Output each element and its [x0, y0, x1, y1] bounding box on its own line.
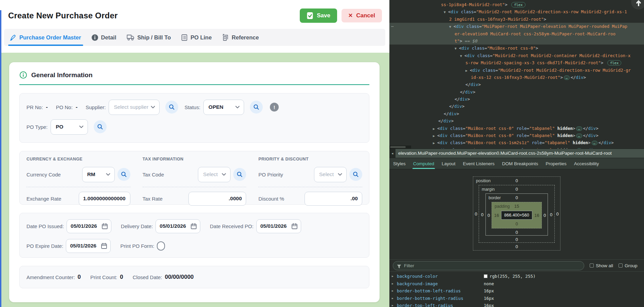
group-toggle[interactable]: Group — [619, 263, 638, 268]
computed-row-background-color[interactable]: ▶background-colorrgb(255, 255, 255) — [389, 273, 644, 280]
chevron-down-icon — [106, 173, 110, 176]
code-token: </ — [571, 75, 576, 80]
show-all-checkbox[interactable] — [590, 263, 594, 268]
dom-tree-line[interactable]: 2 imgGird1 css-16fnxy3-MuiGrid2-root"> — [389, 16, 644, 23]
filter-input[interactable]: Filter — [393, 261, 584, 270]
tax-code-value: Select — [203, 171, 218, 177]
tax-code-select[interactable]: Select — [198, 167, 231, 182]
box-model-content[interactable]: 866.400×560 — [501, 211, 532, 220]
dom-tree-line[interactable]: ▶<div class="MuiBox-root css-0" role="ta… — [389, 125, 644, 132]
computed-row-border-bottom-right-radius[interactable]: ▶border-bottom-right-radius16px — [389, 295, 644, 302]
dom-tree-line[interactable]: </div> — [389, 88, 644, 96]
code-token: > — [457, 111, 459, 116]
currency-code-select[interactable]: RM — [82, 167, 115, 182]
dom-tree-line[interactable]: ▶<div class="MuiGrid2-root MuiGrid2-dire… — [389, 67, 644, 74]
dom-tree-line[interactable]: ▼<div class="MuiGrid2-root MuiGrid2-cont… — [389, 52, 644, 59]
dom-tree-line[interactable]: ▶<div class="MuiBox-root css-0" role="ta… — [389, 132, 644, 139]
print-po-form-label: Print PO Form: — [120, 243, 154, 249]
save-button[interactable]: Save — [300, 8, 337, 23]
list-icon — [181, 34, 188, 41]
delivery-date-field: Delivery Date:05/01/2026 — [121, 219, 200, 233]
exchange-rate-input[interactable]: 1.0000000000000 — [79, 192, 130, 206]
property-value: 16px — [484, 288, 494, 293]
date-received-po-input[interactable]: 05/01/2026 — [256, 219, 301, 233]
currency-code-search-button[interactable] — [117, 168, 130, 181]
expand-more-badge[interactable]: … — [576, 134, 582, 138]
delivery-date-input[interactable]: 05/01/2026 — [155, 219, 200, 233]
devtools-tab-styles[interactable]: Styles — [389, 158, 409, 169]
dom-tree-line[interactable]: ss-1pi8xg4-MuiGrid2-root"> flex — [389, 1, 644, 8]
computed-row-border-bottom-left-radius[interactable]: ▶border-bottom-left-radius16px — [389, 287, 644, 295]
tab-po-line[interactable]: PO Line — [181, 29, 211, 46]
code-token: </ — [460, 89, 465, 95]
supplier-search-button[interactable] — [165, 101, 178, 114]
pr-no-field: PR No: - — [26, 104, 48, 110]
dom-tree-line[interactable]: </div> — [389, 103, 644, 110]
dom-tree-line[interactable]: er-elevation0 MuiCard-root css-2s58ym-Mu… — [389, 30, 644, 37]
dom-tree-line[interactable]: id-xs-12 css-16fnxy3-MuiGrid2-root">…</d… — [389, 74, 644, 81]
box-model-border[interactable]: border0 0 padding15 16 866.400×560 16 — [485, 193, 548, 236]
expand-arrow-icon: ▶ — [392, 282, 393, 285]
position-bottom: 0 — [473, 243, 560, 251]
crumb-back-button[interactable]: ◀ — [389, 149, 395, 158]
devtools-tab-layout[interactable]: Layout — [438, 158, 459, 169]
status-search-button[interactable] — [250, 101, 263, 114]
computed-filter-row: Filter Show all Group — [389, 259, 644, 272]
devtools-tab-computed[interactable]: Computed — [409, 158, 438, 169]
code-token: > — [584, 75, 586, 80]
expand-more-badge[interactable]: … — [576, 126, 582, 131]
po-type-search-button[interactable] — [94, 120, 107, 133]
dom-tree-line[interactable]: ▶<div class="MuiBox-root css-1sm2s1z" ro… — [389, 139, 644, 146]
discount--input[interactable]: .00 — [305, 192, 362, 206]
code-token: class — [450, 133, 463, 138]
date-po-issued-input[interactable]: 05/01/2026 — [67, 219, 111, 233]
box-model-margin[interactable]: margin0 0 border0 0 padding15 — [479, 185, 555, 243]
code-token: 2 imgGird1 css-16fnxy3-MuiGrid2-root" — [449, 17, 544, 22]
dom-tree-line[interactable]: ▼<div class="MuiBox-root css-0"> — [389, 45, 644, 52]
status-select[interactable]: OPEN — [203, 100, 244, 115]
box-model-position[interactable]: position0 0 margin0 0 border0 0 — [473, 176, 560, 251]
purchase-order-app: Create New Purchase Order Save ✕ Cancel … — [0, 0, 389, 307]
date-received-po-value: 05/01/2026 — [260, 223, 287, 229]
expand-more-badge[interactable]: … — [592, 141, 597, 145]
devtools-tab-dom-breakpoints[interactable]: DOM Breakpoints — [498, 158, 542, 169]
po-type-select[interactable]: PO — [51, 119, 88, 135]
computed-row-background-image[interactable]: ▶background-imagenone — [389, 280, 644, 288]
po-priority-select[interactable]: Select — [314, 167, 347, 182]
tab-detail[interactable]: Detail — [91, 29, 116, 46]
supplier-label: Supplier: — [86, 104, 106, 110]
search-icon — [237, 171, 243, 177]
devtools-tab-properties[interactable]: Properties — [542, 158, 570, 169]
devtools-tab-event-listeners[interactable]: Event Listeners — [459, 158, 498, 169]
box-model-padding[interactable]: padding15 16 866.400×560 16 0 — [492, 202, 542, 228]
code-token: ss-1pi8xg4-MuiGrid2-root" — [441, 2, 505, 7]
tax-rate-input[interactable]: .0000 — [188, 192, 246, 206]
dom-tree-line[interactable]: </div> — [389, 117, 644, 124]
dom-tree-line[interactable]: </div> — [389, 96, 644, 103]
dom-tree-line[interactable]: ⋯▼<div class="MuiPaper-root MuiPaper-ele… — [389, 23, 644, 30]
expand-more-badge[interactable]: … — [564, 75, 570, 80]
code-token: div — [473, 68, 480, 73]
po-expire-date-input[interactable]: 05/01/2026 — [66, 239, 111, 253]
po-priority-search-button[interactable] — [349, 168, 362, 181]
group-checkbox[interactable] — [619, 263, 623, 268]
dom-tree-line[interactable]: t"> == $0 — [389, 37, 644, 45]
computed-row-border-top-left-radius[interactable]: ▶border-top-left-radius16px — [389, 302, 644, 307]
tab-ship-bill-to[interactable]: Ship / Bill To — [127, 29, 171, 46]
dom-tree-line[interactable]: </div> — [389, 110, 644, 117]
tax-code-search-button[interactable] — [233, 168, 246, 181]
dom-tree-line[interactable]: ▼<div class="MuiGrid2-root MuiGrid2-dire… — [389, 8, 644, 15]
dom-tree-line[interactable]: </div> — [389, 81, 644, 88]
close-icon: ✕ — [348, 12, 353, 19]
code-token: div — [440, 126, 448, 131]
dom-tree-line[interactable]: s-row MuiGrid2-spacing-xs-3 css-dkd71f-M… — [389, 59, 644, 66]
code-token: > — [478, 82, 481, 87]
tab-purchase-order-master[interactable]: Purchase Order Master — [10, 29, 81, 46]
calendar-icon — [190, 223, 197, 229]
cancel-button[interactable]: ✕ Cancel — [342, 9, 382, 22]
devtools-tab-accessibility[interactable]: Accessibility — [570, 158, 603, 169]
show-all-toggle[interactable]: Show all — [590, 263, 613, 268]
tab-reference[interactable]: Reference — [222, 29, 259, 46]
print-po-form-checkbox[interactable] — [157, 241, 165, 251]
supplier-select[interactable]: Select supplier — [109, 100, 160, 115]
